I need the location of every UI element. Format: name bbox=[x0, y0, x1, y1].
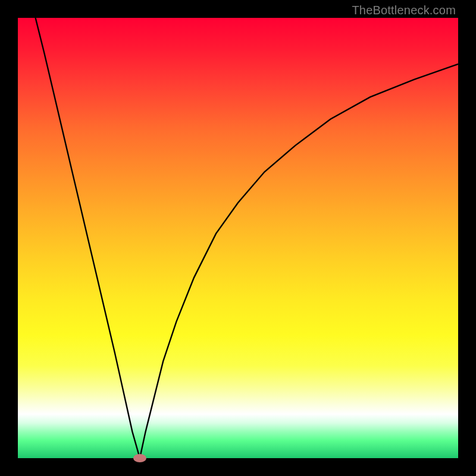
minimum-marker bbox=[133, 454, 146, 462]
right-branch-path bbox=[140, 64, 458, 458]
watermark-text: TheBottleneck.com bbox=[352, 4, 456, 17]
curve-svg bbox=[18, 18, 458, 458]
chart-frame: TheBottleneck.com bbox=[0, 0, 476, 476]
left-branch-path bbox=[36, 18, 140, 458]
plot-area bbox=[18, 18, 458, 458]
